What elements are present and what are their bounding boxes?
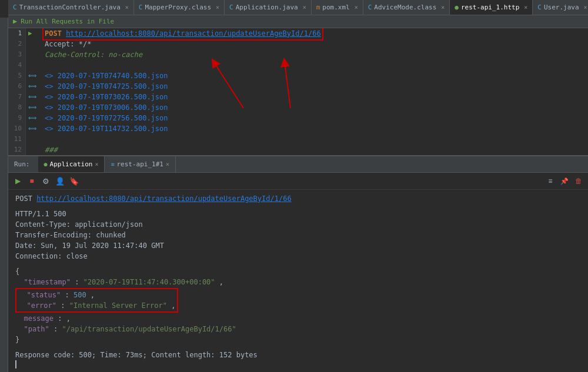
header-cache: Cache-Control: no-cache (45, 49, 142, 60)
gutter-arrow-6: ⟺ (28, 81, 38, 92)
line-num-2: 2 (12, 39, 22, 49)
play-icon: ▶ (13, 17, 17, 25)
run-label: Run: (11, 160, 34, 168)
file-ref-9[interactable]: <> 2020-07-19T072756.500.json (45, 113, 168, 123)
resp-transfer: Transfer-Encoding: chunked (15, 230, 581, 240)
code-line-12: ### (45, 145, 583, 155)
gutter-arrow-10: ⟺ (28, 123, 38, 134)
resp-status-num: 500 (74, 291, 86, 299)
resp-te-text: Transfer-Encoding: chunked (15, 231, 126, 239)
bottom-panel: Run: ● Application × ≡ rest-api_1#1 × ▶ … (8, 155, 588, 372)
http-method: POST (45, 29, 62, 38)
tab-application-java[interactable]: C Application.java × (225, 0, 312, 15)
stop-button[interactable]: ■ (26, 175, 38, 187)
resp-date-text: Date: Sun, 19 Jul 2020 11:47:40 GMT (15, 242, 164, 250)
file-ref-8[interactable]: <> 2020-07-19T073006.500.json (45, 102, 168, 113)
code-line-6: <> 2020-07-19T074725.500.json (45, 81, 583, 92)
resp-path-line: "path" : "/api/transaction/updateUserAge… (15, 324, 581, 334)
tab-label: TransactionController.java (19, 4, 121, 11)
resp-url-link[interactable]: http://localhost:8080/api/transaction/up… (36, 195, 291, 203)
code-line-1: POST http://localhost:8080/api/transacti… (45, 28, 583, 39)
resp-spacer1 (15, 204, 581, 209)
editor-area: 1 2 3 4 5 6 7 8 9 10 11 12 13 ▶ (8, 28, 588, 155)
resp-msg-val: , (66, 314, 71, 323)
bottom-tab-app-label: Application (50, 160, 93, 168)
bottom-tab-application[interactable]: ● Application × (38, 156, 105, 172)
close-icon[interactable]: × (95, 161, 98, 167)
resp-path-key: "path" (15, 325, 49, 333)
tab-label: pom.xml (322, 4, 349, 11)
resp-content-type: Content-Type: application/json (15, 219, 581, 230)
filter-button[interactable]: ≡ (544, 175, 556, 187)
tab-mapper-proxy[interactable]: C MapperProxy.class × (134, 0, 225, 15)
close-icon[interactable]: × (584, 4, 587, 11)
close-icon[interactable]: × (355, 4, 358, 11)
resp-error-line: "error" : "Internal Server Error" , (18, 300, 175, 311)
gutter-arrow-5: ⟺ (28, 71, 38, 81)
tab-label: Application.java (236, 4, 298, 11)
file-ref-5[interactable]: <> 2020-07-19T074740.500.json (45, 71, 168, 81)
separator-comment: ### (45, 145, 58, 155)
resp-error-comma: , (171, 301, 175, 310)
play-button[interactable]: ▶ (12, 175, 24, 187)
close-icon[interactable]: × (125, 4, 129, 11)
resp-footer-text: Response code: 500; Time: 73ms; Content … (15, 351, 258, 359)
code-line-7: <> 2020-07-19T073026.500.json (45, 92, 583, 102)
resp-path-val: "/api/transaction/updateUserAgeById/1/66… (62, 325, 236, 333)
resp-footer-line: Response code: 500; Time: 73ms; Content … (15, 350, 581, 360)
resp-spacer3 (15, 345, 581, 350)
line-num-5: 5 (12, 71, 22, 81)
gutter-arrow-9: ⟺ (28, 113, 38, 123)
resp-status-comma: , (91, 291, 95, 299)
tab-user-java[interactable]: C User.java × (533, 0, 588, 15)
resp-status-text: HTTP/1.1 500 (15, 210, 66, 218)
code-line-5: <> 2020-07-19T074740.500.json (45, 71, 583, 81)
tab-label: MapperProxy.class (145, 4, 211, 11)
bookmark-button[interactable]: 🔖 (68, 175, 80, 187)
bottom-tab-rest-api[interactable]: ≡ rest-api_1#1 × (105, 156, 176, 172)
line-num-7: 7 (12, 92, 22, 102)
response-area: POST http://localhost:8080/api/transacti… (8, 190, 588, 372)
run-all-label[interactable]: Run All Requests in File (21, 18, 114, 25)
line-num-8: 8 (12, 102, 22, 113)
run-all-bar[interactable]: ▶ Run All Requests in File (8, 15, 588, 28)
trash-button[interactable]: 🗑 (573, 175, 584, 187)
code-line-8: <> 2020-07-19T073006.500.json (45, 102, 583, 113)
tab-transaction-controller[interactable]: C TransactionController.java × (8, 0, 134, 15)
close-icon[interactable]: × (524, 4, 527, 11)
tab-label: AdviceMode.class (374, 4, 436, 11)
tab-advice-mode[interactable]: C AdviceMode.class × (363, 0, 450, 15)
close-icon[interactable]: × (441, 4, 445, 11)
line-num-4: 4 (12, 60, 22, 71)
code-content: POST http://localhost:8080/api/transacti… (40, 28, 588, 155)
person-button[interactable]: 👤 (54, 175, 66, 187)
resp-timestamp-line: "timestamp" : "2020-07-19T11:47:40.300+0… (15, 277, 581, 287)
bottom-toolbar: ▶ ■ ⚙ 👤 🔖 ≡ 📌 🗑 (8, 173, 588, 190)
file-ref-10[interactable]: <> 2020-07-19T114732.500.json (45, 123, 168, 134)
resp-connection: Connection: close (15, 251, 581, 262)
tab-rest-api[interactable]: ● rest-api_1.http × (450, 0, 533, 15)
pin-button[interactable]: 📌 (559, 175, 570, 187)
http-url[interactable]: http://localhost:8080/api/transaction/up… (66, 29, 320, 38)
gutter-arrow-8: ⟺ (28, 102, 38, 113)
settings-button[interactable]: ⚙ (40, 175, 52, 187)
gutter-play[interactable]: ▶ (28, 28, 38, 39)
resp-ts-comma: , (219, 278, 223, 286)
line-num-10: 10 (12, 123, 22, 134)
close-icon[interactable]: × (216, 4, 219, 11)
resp-status-key: "status" (18, 291, 61, 299)
resp-conn-text: Connection: close (15, 252, 88, 260)
resp-ct-text: Content-Type: application/json (15, 220, 143, 229)
code-line-11 (45, 134, 583, 145)
tab-pom-xml[interactable]: m pom.xml × (312, 0, 363, 15)
file-ref-7[interactable]: <> 2020-07-19T073026.500.json (45, 92, 168, 102)
line-num-6: 6 (12, 81, 22, 92)
close-icon[interactable]: × (166, 161, 169, 167)
close-icon[interactable]: × (303, 4, 306, 11)
file-ref-6[interactable]: <> 2020-07-19T074725.500.json (45, 81, 168, 92)
resp-json-highlighted: "status" : 500 , "error" : "Internal Ser… (15, 288, 178, 313)
resp-brace-close-text: } (15, 336, 19, 344)
resp-msg-colon: : (58, 314, 66, 323)
resp-ts-val: "2020-07-19T11:47:40.300+00:00" (83, 278, 215, 286)
tab-label: User.java (544, 4, 579, 11)
